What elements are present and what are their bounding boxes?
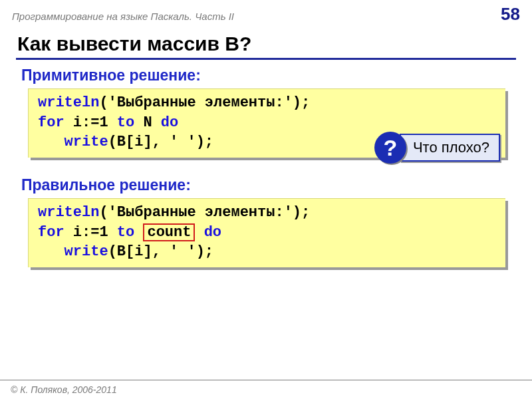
question-callout: ? Что плохо? bbox=[374, 132, 500, 164]
copyright: © К. Поляков, 2006-2011 bbox=[11, 384, 117, 395]
slide-title: Как вывести массив B? bbox=[17, 33, 516, 55]
question-mark-icon: ? bbox=[374, 132, 406, 164]
code-block-correct: writeln('Выбранные элементы:'); for i:=1… bbox=[28, 198, 505, 267]
section-heading-primitive: Примитивное решение: bbox=[21, 66, 516, 84]
slide-header: Программирование на языке Паскаль. Часть… bbox=[0, 0, 532, 26]
section-heading-correct: Правильное решение: bbox=[21, 176, 516, 194]
course-title: Программирование на языке Паскаль. Часть… bbox=[12, 11, 234, 22]
footer-rule bbox=[0, 380, 532, 380]
count-highlight: count bbox=[143, 223, 195, 241]
question-text: Что плохо? bbox=[400, 134, 500, 162]
code: writeln('Выбранные элементы:'); for i:=1… bbox=[38, 203, 496, 262]
page-number: 58 bbox=[501, 4, 520, 25]
title-rule bbox=[16, 58, 516, 60]
